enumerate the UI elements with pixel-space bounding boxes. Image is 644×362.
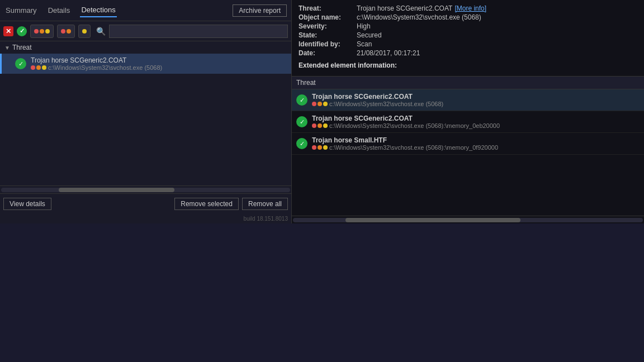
filter-three-dots-button[interactable] (30, 25, 54, 38)
archive-report-button[interactable]: Archive report (233, 4, 287, 17)
ext-item-path-text-0: c:\Windows\System32\svchost.exe (5068) (329, 101, 443, 107)
dot-yellow-1 (45, 29, 50, 34)
ext-item-icon-2: ✓ (296, 138, 307, 149)
tree-item-path: c:\Windows\System32\svchost.exe (5068) (31, 64, 162, 71)
search-icon: 🔍 (96, 27, 106, 36)
remove-selected-button[interactable]: Remove selected (174, 198, 239, 210)
identified-row: Identified by: Scan (299, 40, 637, 48)
ext-path-dots-1 (312, 123, 328, 128)
tab-detections[interactable]: Detections (80, 3, 116, 17)
ext-item-path-text-1: c:\Windows\System32\svchost.exe (5068):\… (329, 122, 500, 129)
ext-dot-orange-0 (318, 102, 322, 106)
ext-item-icon-0: ✓ (296, 94, 307, 106)
tab-details[interactable]: Details (47, 4, 72, 17)
right-scrollbar-thumb (345, 218, 520, 222)
tree-item[interactable]: ✓ Trojan horse SCGeneric2.COAT c:\Window… (0, 54, 291, 74)
dot-orange-1 (40, 29, 44, 34)
object-row: Object name: c:\Windows\System32\svchost… (299, 13, 637, 21)
threat-value: Trojan horse SCGeneric2.COAT (357, 4, 452, 12)
tree-group-label: Threat (12, 44, 32, 51)
ext-item-name-2: Trojan horse Small.HTF (312, 136, 498, 144)
filter-x-button[interactable]: ✕ (3, 26, 13, 36)
identified-value: Scan (357, 40, 372, 48)
threat-label: Threat: (299, 4, 354, 12)
ext-item-content-2: Trojan horse Small.HTF c:\Windows\System… (312, 136, 498, 151)
ext-item-name-1: Trojan horse SCGeneric2.COAT (312, 115, 500, 122)
state-label: State: (299, 31, 354, 39)
left-h-scrollbar[interactable] (0, 185, 291, 193)
date-row: Date: 21/08/2017, 00:17:21 (299, 49, 637, 57)
dot-red-1 (34, 29, 39, 34)
ext-dot-red-1 (312, 123, 316, 128)
date-value: 21/08/2017, 00:17:21 (357, 49, 420, 57)
tree-group-threat[interactable]: ▼ Threat (0, 41, 291, 54)
right-panel: Threat: Trojan horse SCGeneric2.COAT [Mo… (292, 0, 644, 223)
state-value: Secured (357, 31, 382, 39)
ext-dot-yellow-1 (323, 123, 328, 128)
path-dot-red (31, 65, 35, 70)
ext-item-2[interactable]: ✓ Trojan horse Small.HTF c:\Windows\Syst… (292, 133, 644, 155)
tree-view: ▼ Threat ✓ Trojan horse SCGeneric2.COAT … (0, 41, 291, 185)
remove-all-button[interactable]: Remove all (242, 198, 288, 210)
scrollbar-track (1, 188, 290, 192)
date-label: Date: (299, 49, 354, 57)
object-label: Object name: (299, 13, 354, 21)
ext-item-path-1: c:\Windows\System32\svchost.exe (5068):\… (312, 122, 500, 129)
severity-row: Severity: High (299, 22, 637, 30)
ext-dot-red-2 (312, 145, 316, 150)
tree-item-content: Trojan horse SCGeneric2.COAT c:\Windows\… (31, 56, 162, 71)
right-scrollbar-track (293, 218, 643, 222)
dot-orange-2 (67, 29, 71, 34)
ext-item-path-0: c:\Windows\System32\svchost.exe (5068) (312, 101, 443, 107)
path-dots (31, 65, 46, 70)
severity-label: Severity: (299, 22, 354, 30)
object-value: c:\Windows\System32\svchost.exe (5068) (357, 13, 481, 21)
state-row: State: Secured (299, 31, 637, 39)
search-input[interactable] (109, 25, 288, 38)
identified-label: Identified by: (299, 40, 354, 48)
ext-dot-yellow-0 (323, 102, 328, 106)
ext-item-path-text-2: c:\Windows\System32\svchost.exe (5068):\… (329, 144, 498, 151)
tree-item-path-text: c:\Windows\System32\svchost.exe (5068) (48, 64, 162, 71)
path-dot-orange (36, 65, 41, 70)
right-h-scrollbar[interactable] (292, 216, 644, 223)
filter-bar: ✕ ✓ 🔍 (0, 21, 291, 41)
ext-item-name-0: Trojan horse SCGeneric2.COAT (312, 93, 443, 101)
expand-arrow-icon: ▼ (4, 45, 10, 51)
tab-bar: Summary Details Detections Archive repor… (0, 0, 291, 21)
tree-item-status-icon: ✓ (15, 58, 26, 69)
view-details-button[interactable]: View details (3, 198, 51, 210)
dot-red-2 (61, 29, 65, 34)
ext-dot-red-0 (312, 102, 316, 106)
ext-item-path-2: c:\Windows\System32\svchost.exe (5068):\… (312, 144, 498, 151)
build-info: build 18.151.8013 (243, 216, 288, 222)
threat-row: Threat: Trojan horse SCGeneric2.COAT [Mo… (299, 4, 637, 12)
ext-dot-orange-2 (318, 145, 322, 150)
ext-dot-orange-1 (318, 123, 322, 128)
filter-two-dots-button[interactable] (57, 25, 75, 38)
ext-item-0[interactable]: ✓ Trojan horse SCGeneric2.COAT c:\Window… (292, 89, 644, 111)
extended-label: Extended element information: (299, 61, 637, 69)
bottom-bar: View details Remove selected Remove all (0, 193, 291, 213)
severity-value: High (357, 22, 371, 30)
ext-table: Threat ✓ Trojan horse SCGeneric2.COAT c:… (292, 77, 644, 216)
ext-item-content-0: Trojan horse SCGeneric2.COAT c:\Windows\… (312, 93, 443, 107)
ext-path-dots-0 (312, 102, 328, 106)
more-info-link[interactable]: [More info] (454, 4, 486, 12)
ext-dot-yellow-2 (323, 145, 328, 150)
ext-path-dots-2 (312, 145, 328, 150)
ext-table-header: Threat (292, 77, 644, 89)
threat-info: Threat: Trojan horse SCGeneric2.COAT [Mo… (292, 0, 644, 77)
dot-yellow-2 (82, 29, 87, 34)
ext-item-content-1: Trojan horse SCGeneric2.COAT c:\Windows\… (312, 115, 500, 129)
left-panel: Summary Details Detections Archive repor… (0, 0, 292, 223)
ext-item-1[interactable]: ✓ Trojan horse SCGeneric2.COAT c:\Window… (292, 111, 644, 133)
path-dot-yellow (42, 65, 46, 70)
tree-item-name: Trojan horse SCGeneric2.COAT (31, 56, 162, 64)
filter-one-dot-button[interactable] (78, 25, 91, 38)
tab-summary[interactable]: Summary (4, 4, 38, 17)
filter-check-button[interactable]: ✓ (17, 26, 27, 36)
ext-item-icon-1: ✓ (296, 116, 307, 127)
scrollbar-thumb (59, 188, 174, 192)
